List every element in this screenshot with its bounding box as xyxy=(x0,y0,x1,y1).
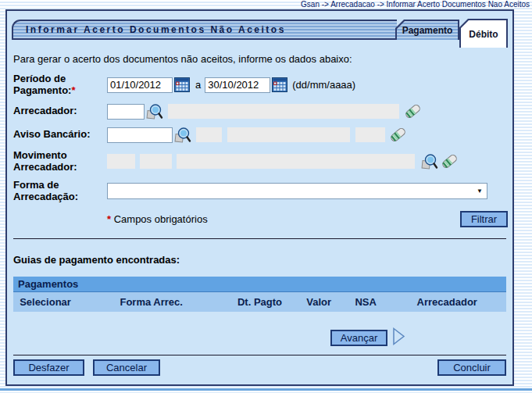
row-periodo: Período de Pagamento:* a xyxy=(13,73,508,97)
eraser-icon[interactable] xyxy=(441,153,458,170)
eraser-icon[interactable] xyxy=(405,103,421,120)
row-forma-arrecadacao: Forma de Arrecadação: ▼ xyxy=(13,180,508,203)
eraser-icon[interactable] xyxy=(390,127,406,143)
column-header-forma-arrec: Forma Arrec. xyxy=(77,296,225,308)
date-format-hint: (dd/mm/aaaa) xyxy=(292,79,355,91)
search-icon[interactable] xyxy=(421,153,438,170)
row-required-filtrar: * Campos obrigatórios Filtrar xyxy=(13,211,508,227)
column-header-selecionar: Selecionar xyxy=(13,296,77,308)
required-note-text: Campos obrigatórios xyxy=(114,213,208,225)
intro-text: Para gerar o acerto dos documentos não a… xyxy=(13,53,508,65)
movimento-field2-display xyxy=(140,154,172,169)
tab-pagamento-label: Pagamento xyxy=(402,25,453,36)
bottom-accent-bar xyxy=(0,388,532,391)
arrecadador-description-display xyxy=(168,104,399,119)
tab-pagamento[interactable]: Pagamento xyxy=(395,20,459,40)
forma-arrecadacao-select[interactable]: ▼ xyxy=(107,183,487,199)
movimento-field3-display xyxy=(177,154,415,169)
concluir-button[interactable]: Concluir xyxy=(437,359,506,376)
search-icon[interactable] xyxy=(146,103,163,120)
periodo-label: Período de Pagamento:* xyxy=(13,73,107,97)
forma-arrecadacao-label: Forma de Arrecadação: xyxy=(13,180,107,203)
column-header-valor: Valor xyxy=(295,296,344,308)
row-arrecadador: Arrecadador: xyxy=(13,103,508,120)
column-header-arrecadador: Arrecadador xyxy=(388,296,506,308)
search-icon[interactable] xyxy=(174,127,191,144)
aviso-bancario-field2-display xyxy=(227,127,350,142)
movimento-field1-display xyxy=(107,154,135,169)
results-heading: Guias de pagamento encontradas: xyxy=(13,254,508,266)
column-header-dt-pagto: Dt. Pagto xyxy=(225,296,294,308)
breadcrumb[interactable]: Gsan -> Arrecadacao -> Informar Acerto D… xyxy=(301,0,530,9)
movimento-label: Movimento Arrecadador: xyxy=(13,150,107,173)
advance-arrow-icon xyxy=(392,327,405,348)
calendar-icon[interactable] xyxy=(174,77,190,92)
periodo-date-to-input[interactable] xyxy=(205,77,270,93)
cancelar-button[interactable]: Cancelar xyxy=(93,359,160,376)
periodo-date-from-input[interactable] xyxy=(107,77,173,93)
filtrar-button[interactable]: Filtrar xyxy=(460,211,508,227)
main-panel: Informar Acerto Documentos Não Aceitos P… xyxy=(5,9,514,386)
arrecadador-code-input[interactable] xyxy=(107,104,145,120)
pagamentos-table: Pagamentos Selecionar Forma Arrec. Dt. P… xyxy=(13,277,506,312)
row-aviso-bancario: Aviso Bancário: xyxy=(13,127,508,144)
aviso-bancario-code-input[interactable] xyxy=(107,127,173,143)
page-title: Informar Acerto Documentos Não Aceitos xyxy=(26,24,286,35)
required-note: * Campos obrigatórios xyxy=(107,213,208,225)
tab-debito[interactable]: Débito xyxy=(459,19,508,48)
footer-divider xyxy=(13,355,506,355)
arrecadador-label: Arrecadador: xyxy=(13,105,107,117)
aviso-bancario-label: Aviso Bancário: xyxy=(13,129,107,141)
chevron-down-icon: ▼ xyxy=(477,188,487,195)
calendar-icon[interactable] xyxy=(272,77,287,92)
tab-debito-label: Débito xyxy=(469,29,498,40)
row-avancar: Avançar xyxy=(330,327,508,348)
footer: Desfazer Cancelar Concluir xyxy=(13,359,506,376)
section-divider xyxy=(13,238,506,239)
table-header-row: Selecionar Forma Arrec. Dt. Pagto Valor … xyxy=(13,292,506,312)
table-title: Pagamentos xyxy=(13,277,506,292)
aviso-bancario-field1-display xyxy=(196,127,222,142)
header: Informar Acerto Documentos Não Aceitos P… xyxy=(12,19,508,40)
required-asterisk: * xyxy=(107,213,111,225)
required-asterisk: * xyxy=(71,84,75,96)
aviso-bancario-field3-display xyxy=(355,127,385,142)
desfazer-button[interactable]: Desfazer xyxy=(13,359,84,376)
periodo-between-label: a xyxy=(195,79,201,91)
row-movimento-arrecadador: Movimento Arrecadador: xyxy=(13,150,508,173)
avancar-button[interactable]: Avançar xyxy=(330,330,387,346)
title-bar: Informar Acerto Documentos Não Aceitos xyxy=(12,20,397,40)
column-header-nsa: NSA xyxy=(344,296,388,308)
